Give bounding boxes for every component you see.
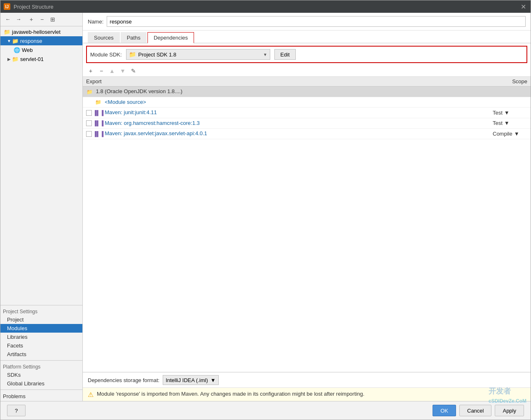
expand-icon: ▶ <box>6 56 12 62</box>
scope-cell: Test ▼ <box>489 108 531 118</box>
title-bar-title: Project Structure <box>14 4 54 10</box>
tree-item-servlet[interactable]: ▶ 📁 servlet-01 <box>0 54 82 63</box>
dep-name: 1.8 (Oracle OpenJDK version 1.8....) <box>96 88 182 94</box>
apply-button[interactable]: Apply <box>495 405 524 416</box>
close-button[interactable]: ✕ <box>519 2 527 11</box>
cancel-button[interactable]: Cancel <box>459 405 491 416</box>
table-row: ▐▌▐ Maven: javax.servlet:javax.servlet-a… <box>83 129 531 139</box>
storage-label: Dependencies storage format: <box>88 377 159 383</box>
content-area: Name: Sources Paths Dependencies Module … <box>83 13 531 401</box>
sidebar-item-artifacts[interactable]: Artifacts <box>0 350 82 359</box>
dialog-footer: ? OK Cancel Apply <box>0 401 531 420</box>
remove-dep-button[interactable]: − <box>97 66 106 75</box>
dep-name: Maven: org.hamcrest:hamcrest-core:1.3 <box>105 120 199 126</box>
edit-sdk-button[interactable]: Edit <box>274 49 296 60</box>
tab-dependencies[interactable]: Dependencies <box>147 32 194 43</box>
warning-section: ⚠ Module 'response' is imported from Mav… <box>83 387 531 401</box>
dep-checkbox[interactable] <box>86 131 92 137</box>
sidebar-item-sdks[interactable]: SDKs <box>0 371 82 379</box>
move-up-dep-button[interactable]: ▲ <box>108 66 117 75</box>
title-bar-left: IJ Project Structure <box>4 3 54 10</box>
name-label: Name: <box>88 19 103 25</box>
maven-icon: ▐▌▐ <box>95 120 102 127</box>
platform-settings-header: Platform Settings <box>0 362 82 371</box>
scope-cell <box>489 97 531 108</box>
dep-entry: ▐▌▐ Maven: junit:junit:4.11 <box>83 108 489 118</box>
module-tree: 📁 javaweb-helloservlet ▼ 📁 response 🌐 We… <box>0 26 82 303</box>
deps-table-container: Export Scope 📁 1.8 (Oracle OpenJDK versi… <box>83 76 531 372</box>
title-bar: IJ Project Structure ✕ <box>0 0 531 13</box>
chevron-down-icon: ▼ <box>504 120 510 126</box>
chevron-down-icon: ▼ <box>211 377 216 383</box>
remove-module-button[interactable]: − <box>37 15 47 24</box>
ok-button[interactable]: OK <box>433 405 456 416</box>
add-dep-button[interactable]: + <box>86 66 95 75</box>
sidebar-item-global-libraries[interactable]: Global Libraries <box>0 379 82 388</box>
divider <box>0 360 82 361</box>
sdk-folder-icon: 📁 <box>129 51 136 58</box>
dep-name: Maven: javax.servlet:javax.servlet-api:4… <box>105 130 207 136</box>
divider <box>0 389 82 390</box>
chevron-down-icon: ▼ <box>514 131 519 137</box>
tab-paths[interactable]: Paths <box>121 32 147 43</box>
sdk-value: Project SDK 1.8 <box>138 52 177 58</box>
table-row: 📁 <Module source> <box>83 97 531 108</box>
tree-item-javaweb[interactable]: 📁 javaweb-helloservlet <box>0 27 82 36</box>
project-settings-header: Project Settings <box>0 307 82 315</box>
dep-checkbox[interactable] <box>86 110 92 116</box>
table-row: ▐▌▐ Maven: junit:junit:4.11 Test ▼ <box>83 108 531 118</box>
storage-value: IntelliJ IDEA (.iml) <box>166 377 208 383</box>
scope-dropdown[interactable]: Test ▼ <box>493 120 510 126</box>
expand-icon: ▼ <box>6 38 12 44</box>
warning-icon: ⚠ <box>88 391 94 399</box>
nav-back-button[interactable]: ← <box>3 14 13 24</box>
scope-dropdown[interactable]: Test ▼ <box>493 110 510 116</box>
copy-module-button[interactable]: ⊞ <box>48 15 57 24</box>
intellij-icon: IJ <box>4 3 10 10</box>
chevron-down-icon: ▼ <box>263 52 267 57</box>
edit-dep-button[interactable]: ✎ <box>129 66 138 75</box>
sdk-select[interactable]: 📁 Project SDK 1.8 ▼ <box>126 49 270 60</box>
storage-select[interactable]: IntelliJ IDEA (.iml) ▼ <box>163 375 218 385</box>
tree-item-label: response <box>20 38 42 44</box>
project-structure-dialog: IJ Project Structure ✕ ← → + − ⊞ <box>0 0 531 420</box>
scope-dropdown[interactable]: Compile ▼ <box>493 131 519 137</box>
folder-icon: 📁 <box>12 56 19 62</box>
add-module-button[interactable]: + <box>27 15 36 24</box>
folder-icon: 📁 <box>12 38 19 44</box>
maven-icon: ▐▌▐ <box>95 110 102 116</box>
sidebar-item-facets[interactable]: Facets <box>0 341 82 350</box>
web-icon: 🌐 <box>14 47 20 53</box>
move-down-dep-button[interactable]: ▼ <box>118 66 127 75</box>
chevron-down-icon: ▼ <box>504 110 510 116</box>
dep-checkbox[interactable] <box>86 120 92 126</box>
scope-value: Compile <box>493 131 512 137</box>
sidebar-item-libraries[interactable]: Libraries <box>0 333 82 341</box>
module-sdk-label: Module SDK: <box>90 52 122 58</box>
deps-toolbar: + − ▲ ▼ ✎ <box>83 66 531 76</box>
table-row: 📁 1.8 (Oracle OpenJDK version 1.8....) <box>83 87 531 97</box>
sidebar-item-problems[interactable]: Problems <box>0 392 82 401</box>
tab-sources[interactable]: Sources <box>88 32 120 43</box>
nav-forward-button[interactable]: → <box>14 14 23 24</box>
name-input[interactable] <box>107 16 526 27</box>
sidebar-item-modules[interactable]: Modules <box>0 324 82 333</box>
scope-cell <box>489 87 531 97</box>
sidebar: ← → + − ⊞ 📁 javaweb-helloservlet <box>0 13 83 401</box>
scope-value: Test <box>493 120 503 126</box>
sidebar-item-project[interactable]: Project <box>0 315 82 324</box>
scope-header: Scope <box>489 77 531 87</box>
tree-item-label: Web <box>22 47 33 53</box>
scope-cell: Compile ▼ <box>489 129 531 139</box>
tabs-bar: Sources Paths Dependencies <box>83 31 531 43</box>
module-source-icon: 📁 <box>95 99 102 106</box>
divider <box>0 305 82 305</box>
table-row: ▐▌▐ Maven: org.hamcrest:hamcrest-core:1.… <box>83 118 531 129</box>
dialog-body: ← → + − ⊞ 📁 javaweb-helloservlet <box>0 13 531 401</box>
deps-table: Export Scope 📁 1.8 (Oracle OpenJDK versi… <box>83 77 531 139</box>
tree-item-web[interactable]: 🌐 Web <box>0 45 82 54</box>
help-button[interactable]: ? <box>7 405 26 416</box>
dep-name: Maven: junit:junit:4.11 <box>105 109 157 115</box>
module-sdk-section: Module SDK: 📁 Project SDK 1.8 ▼ Edit <box>86 46 527 63</box>
tree-item-response[interactable]: ▼ 📁 response <box>0 36 82 45</box>
